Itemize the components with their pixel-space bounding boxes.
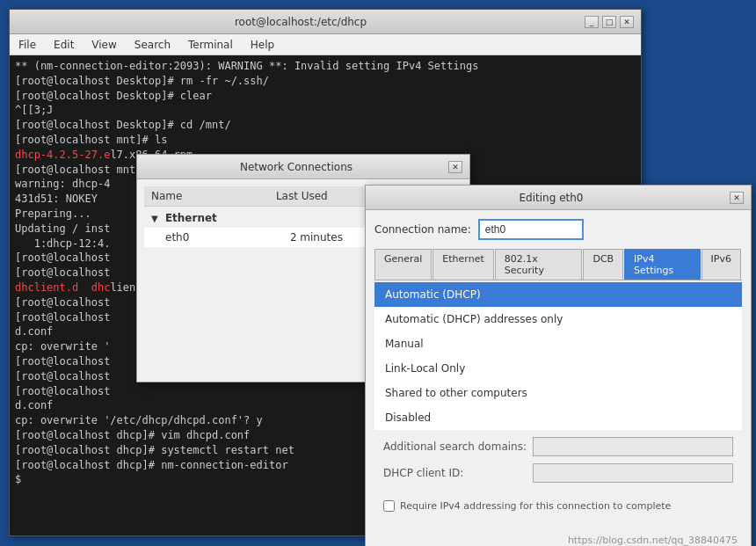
editing-titlebar: Editing eth0 ✕	[366, 186, 751, 210]
connection-name-label: Connection name:	[374, 223, 471, 236]
network-dialog-titlebar: Network Connections ✕	[137, 155, 469, 179]
network-dialog-title: Network Connections	[144, 161, 448, 173]
method-link-local[interactable]: Link-Local Only	[374, 356, 742, 381]
additional-domains-label: Additional search domains:	[383, 440, 533, 453]
menu-help[interactable]: Help	[245, 37, 280, 53]
terminal-titlebar: root@localhost:/etc/dhcp _ □ ✕	[10, 10, 641, 34]
tab-ethernet[interactable]: Ethernet	[433, 249, 493, 280]
connection-name-row: Connection name:	[374, 219, 742, 240]
require-ipv4-checkbox[interactable]	[383, 500, 395, 512]
maximize-button[interactable]: □	[602, 16, 616, 28]
tab-general[interactable]: General	[374, 249, 432, 280]
require-ipv4-label: Require IPv4 addressing for this connect…	[400, 500, 671, 512]
terminal-controls: _ □ ✕	[585, 16, 634, 28]
network-close-button[interactable]: ✕	[448, 161, 462, 173]
ethernet-arrow-icon: ▼	[151, 214, 158, 223]
menu-search[interactable]: Search	[129, 37, 176, 53]
menu-edit[interactable]: Edit	[48, 37, 79, 53]
editing-eth0-dialog: Editing eth0 ✕ Connection name: General …	[365, 185, 752, 546]
method-manual[interactable]: Manual	[374, 331, 742, 356]
tab-ipv4[interactable]: IPv4 Settings	[624, 249, 701, 280]
dhcp-client-id-label: DHCP client ID:	[383, 467, 533, 479]
method-shared[interactable]: Shared to other computers	[374, 381, 742, 405]
minimize-button[interactable]: _	[585, 16, 599, 28]
additional-domains-row: Additional search domains:	[383, 437, 733, 456]
form-section: Additional search domains: DHCP client I…	[374, 430, 742, 497]
close-button[interactable]: ✕	[620, 16, 634, 28]
dhcp-client-id-row: DHCP client ID:	[383, 463, 733, 483]
additional-domains-input[interactable]	[533, 437, 733, 456]
col-name: Name	[144, 186, 269, 207]
method-disabled[interactable]: Disabled	[374, 405, 742, 430]
tab-dcb[interactable]: DCB	[583, 249, 623, 280]
tabs-row: General Ethernet 802.1x Security DCB IPv…	[374, 249, 742, 280]
dhcp-client-id-input[interactable]	[533, 463, 733, 483]
menu-view[interactable]: View	[86, 37, 121, 53]
tab-ipv6[interactable]: IPv6	[701, 249, 741, 280]
tab-8021x[interactable]: 802.1x Security	[495, 249, 583, 280]
editing-close-button[interactable]: ✕	[730, 192, 744, 204]
method-dropdown: Automatic (DHCP) Automatic (DHCP) addres…	[374, 282, 742, 430]
method-automatic-dhcp[interactable]: Automatic (DHCP)	[374, 282, 742, 307]
connection-name-input[interactable]	[478, 219, 584, 240]
eth0-name: eth0	[144, 228, 269, 247]
menu-file[interactable]: File	[13, 37, 41, 53]
terminal-title: root@localhost:/etc/dhcp	[17, 16, 585, 28]
require-ipv4-row: Require IPv4 addressing for this connect…	[374, 497, 742, 515]
editing-body: Connection name: General Ethernet 802.1x…	[366, 210, 751, 524]
menu-terminal[interactable]: Terminal	[183, 37, 238, 53]
method-automatic-dhcp-only[interactable]: Automatic (DHCP) addresses only	[374, 307, 742, 331]
editing-title: Editing eth0	[373, 192, 730, 204]
terminal-menubar: File Edit View Search Terminal Help	[10, 34, 641, 55]
watermark: https://blog.csdn.net/qq_38840475	[568, 535, 738, 546]
